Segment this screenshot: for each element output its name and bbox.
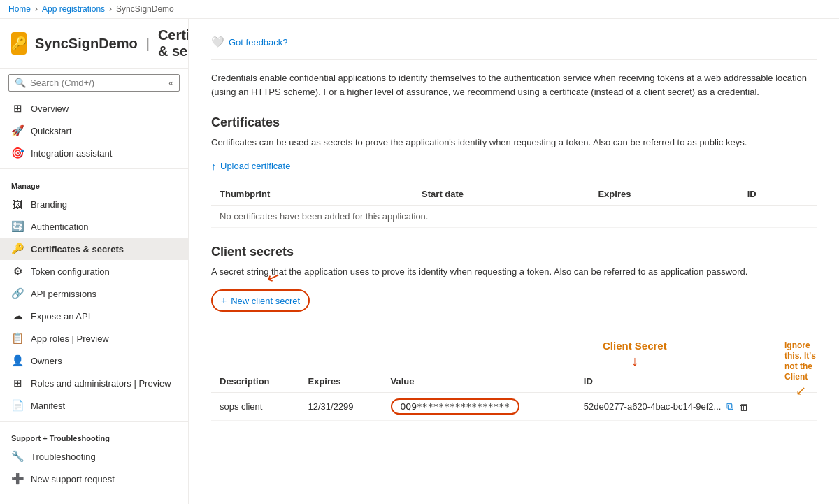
search-input[interactable] [30, 78, 164, 88]
sidebar-label-troubleshooting: Troubleshooting [31, 452, 96, 462]
nav-general: ⊞ Overview 🚀 Quickstart 🎯 Integration as… [0, 97, 188, 164]
secret-description: sops client [211, 393, 300, 421]
sidebar-item-authentication[interactable]: 🔄 Authentication [0, 215, 188, 238]
breadcrumb-sep-1: › [35, 4, 38, 14]
sidebar-item-expose-api[interactable]: ☁ Expose an API [0, 305, 188, 327]
new-support-icon: ➕ [11, 473, 24, 485]
no-certs-text: No certificates have been added for this… [211, 205, 817, 227]
sidebar-label-branding: Branding [31, 199, 67, 210]
cert-col-expires: Expires [589, 183, 738, 206]
troubleshooting-icon: 🔧 [11, 450, 24, 463]
ignore-annotation-text: Ignore this. It's not the Client [784, 340, 816, 382]
sidebar-label-overview: Overview [31, 103, 69, 114]
new-secret-label: New client secret [231, 296, 300, 306]
upload-arrow-icon: ↑ [211, 161, 216, 172]
cert-col-thumbprint: Thumbprint [211, 183, 413, 206]
secret-value-masked: OQ9***************** [391, 398, 520, 415]
overview-icon: ⊞ [11, 102, 24, 115]
certificates-section: Certificates Certificates can be used as… [211, 115, 817, 228]
sidebar-label-app-roles: App roles | Preview [31, 333, 109, 344]
secrets-table-container: Description Expires Value ID sops client… [211, 370, 817, 421]
secret-col-description: Description [211, 370, 300, 393]
breadcrumb: Home › App registrations › SyncSignDemo [8, 4, 174, 14]
client-secret-annotation: Client Secret ↓ [603, 340, 667, 369]
certificates-table: Thumbprint Start date Expires ID No cert… [211, 183, 817, 228]
manage-section-label: Manage [0, 173, 188, 193]
app-roles-icon: 📋 [11, 332, 24, 345]
new-client-secret-button[interactable]: + New client secret [211, 289, 310, 312]
sidebar-item-app-roles[interactable]: 📋 App roles | Preview [0, 327, 188, 350]
api-permissions-icon: 🔗 [11, 287, 24, 300]
main-content: 🤍 Got feedback? Credentials enable confi… [189, 19, 839, 504]
manifest-icon: 📄 [11, 399, 24, 412]
upload-certificate-label: Upload certificate [220, 161, 290, 171]
sidebar-label-api-permissions: API permissions [31, 289, 96, 299]
table-row: sops client 12/31/2299 OQ9**************… [211, 393, 817, 421]
annotation-labels: Client Secret ↓ Ignore this. It's not th… [211, 340, 817, 368]
breadcrumb-sep-2: › [109, 4, 112, 14]
sidebar-label-certs: Certificates & secrets [31, 244, 124, 254]
sidebar-item-roles-admin[interactable]: ⊞ Roles and administrators | Preview [0, 372, 188, 394]
heart-icon: 🤍 [211, 36, 224, 48]
collapse-chevron[interactable]: « [168, 78, 173, 88]
secret-value: OQ9***************** [382, 393, 575, 421]
sidebar-item-branding[interactable]: 🖼 Branding [0, 193, 188, 215]
sidebar: 🔑 SyncSignDemo | Certificates & secrets … [0, 19, 189, 504]
search-box[interactable]: 🔍 « [8, 74, 180, 92]
integration-icon: 🎯 [11, 147, 24, 159]
upload-certificate-link[interactable]: ↑ Upload certificate [211, 161, 290, 172]
sidebar-label-quickstart: Quickstart [31, 126, 72, 136]
sidebar-label-new-support: New support request [31, 474, 115, 484]
copy-id-button[interactable]: ⧉ [726, 401, 733, 412]
owners-icon: 👤 [11, 354, 24, 367]
sidebar-item-troubleshooting[interactable]: 🔧 Troubleshooting [0, 445, 188, 468]
sidebar-label-owners: Owners [31, 356, 62, 366]
secret-col-id: ID [575, 370, 817, 393]
breadcrumb-app-registrations[interactable]: App registrations [42, 4, 105, 14]
sidebar-label-authentication: Authentication [31, 222, 88, 232]
nav-divider-1 [0, 168, 188, 169]
sidebar-item-overview[interactable]: ⊞ Overview [0, 97, 188, 120]
certs-icon: 🔑 [11, 243, 24, 255]
delete-secret-button[interactable]: 🗑 [739, 401, 749, 412]
feedback-bar: 🤍 Got feedback? [211, 30, 817, 60]
secret-col-value: Value [382, 370, 575, 393]
secret-id: 52de0277-a620-4bac-bc14-9ef2... ⧉ 🗑 [575, 393, 817, 421]
sidebar-item-quickstart[interactable]: 🚀 Quickstart [0, 120, 188, 142]
ignore-annotation: Ignore this. It's not the Client ↙ [784, 340, 817, 398]
app-name: SyncSignDemo [35, 36, 138, 52]
feedback-text[interactable]: Got feedback? [229, 37, 288, 48]
breadcrumb-bar: Home › App registrations › SyncSignDemo [0, 0, 839, 19]
secret-id-text: 52de0277-a620-4bac-bc14-9ef2... [584, 401, 722, 412]
certificates-desc: Certificates can be used as secrets to p… [211, 136, 817, 150]
sidebar-label-manifest: Manifest [31, 401, 65, 411]
nav-divider-2 [0, 421, 188, 422]
new-secret-annotation: ↙ + New client secret [211, 289, 310, 323]
sidebar-item-api-permissions[interactable]: 🔗 API permissions [0, 282, 188, 305]
secret-col-expires: Expires [300, 370, 382, 393]
cert-col-startdate: Start date [413, 183, 589, 206]
client-secret-annotation-text: Client Secret [603, 340, 667, 352]
sidebar-label-token: Token configuration [31, 266, 110, 277]
sidebar-item-owners[interactable]: 👤 Owners [0, 350, 188, 372]
search-icon: 🔍 [15, 78, 26, 88]
nav-support: 🔧 Troubleshooting ➕ New support request [0, 445, 188, 490]
sidebar-item-certs[interactable]: 🔑 Certificates & secrets [0, 238, 188, 260]
sidebar-item-manifest[interactable]: 📄 Manifest [0, 394, 188, 417]
page-icon: 🔑 [11, 32, 27, 55]
branding-icon: 🖼 [11, 198, 24, 210]
page-subtitle: Certificates & secrets [158, 27, 189, 59]
authentication-icon: 🔄 [11, 220, 24, 233]
client-secrets-section: Client secrets A secret string that the … [211, 245, 817, 422]
sidebar-item-integration[interactable]: 🎯 Integration assistant [0, 142, 188, 164]
sidebar-label-integration: Integration assistant [31, 148, 112, 159]
sidebar-item-token[interactable]: ⚙ Token configuration [0, 260, 188, 282]
client-secrets-title: Client secrets [211, 245, 817, 259]
expose-api-icon: ☁ [11, 310, 24, 322]
certificates-table-container: Thumbprint Start date Expires ID No cert… [211, 183, 817, 228]
quickstart-icon: 🚀 [11, 124, 24, 137]
breadcrumb-home[interactable]: Home [8, 4, 31, 14]
token-icon: ⚙ [11, 265, 24, 278]
sidebar-item-new-support[interactable]: ➕ New support request [0, 468, 188, 490]
certificates-title: Certificates [211, 115, 817, 130]
